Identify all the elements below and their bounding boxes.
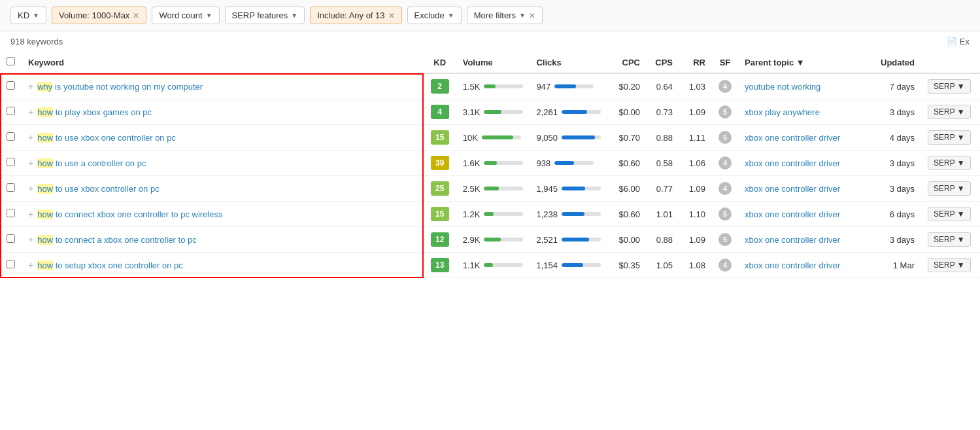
table-row: +how to use xbox controller on pc25 2.5K… xyxy=(0,176,980,202)
filter-btn-include[interactable]: Include: Any of 13✕ xyxy=(310,7,401,24)
keyword-link[interactable]: how to use xbox controller on pc xyxy=(37,184,159,194)
parent-topic-link[interactable]: xbox one controller driver xyxy=(745,209,840,219)
serp-button[interactable]: SERP ▼ xyxy=(928,207,971,221)
rr-cell: 1.06 xyxy=(679,151,712,176)
clicks-bar-fill xyxy=(562,187,585,190)
parent-topic-link[interactable]: xbox one controller driver xyxy=(745,184,840,194)
parent-topic-link[interactable]: youtube not working xyxy=(745,82,820,92)
serp-button[interactable]: SERP ▼ xyxy=(928,79,971,94)
filter-bar: KD▼Volume: 1000-Max✕Word count▼SERP feat… xyxy=(0,0,980,31)
clicks-bar-bg xyxy=(562,187,601,190)
keyword-link[interactable]: why is youtube not working on my compute… xyxy=(37,82,203,92)
filter-btn-volume[interactable]: Volume: 1000-Max✕ xyxy=(52,7,146,24)
keyword-link[interactable]: how to use a controller on pc xyxy=(37,158,146,168)
parent-topic-link[interactable]: xbox one controller driver xyxy=(745,260,840,270)
kd-badge: 2 xyxy=(431,79,449,94)
row-checkbox-cell xyxy=(0,73,22,99)
volume-value: 1.6K xyxy=(463,158,481,168)
serp-button[interactable]: SERP ▼ xyxy=(928,156,971,170)
add-icon[interactable]: + xyxy=(28,158,33,168)
clicks-cell: 9,050 xyxy=(530,125,607,151)
keyword-link[interactable]: how to setup xbox one controller on pc xyxy=(37,260,183,270)
filter-btn-more[interactable]: More filters▼✕ xyxy=(467,7,543,24)
add-icon[interactable]: + xyxy=(28,234,33,245)
close-icon[interactable]: ✕ xyxy=(133,11,139,20)
volume-value: 3.1K xyxy=(463,107,481,117)
row-checkbox[interactable] xyxy=(7,234,15,243)
clicks-cell: 1,154 xyxy=(530,253,607,278)
select-all-checkbox[interactable] xyxy=(0,52,22,73)
col-header-sf: SF xyxy=(712,52,738,73)
sf-badge: 4 xyxy=(718,80,732,93)
rr-cell: 1.09 xyxy=(679,99,712,125)
export-button[interactable]: 📄 Ex xyxy=(947,37,970,46)
clicks-bar-group: 1,154 xyxy=(536,260,601,270)
row-checkbox[interactable] xyxy=(7,183,15,192)
parent-topic-link[interactable]: xbox one controller driver xyxy=(745,235,840,245)
cpc-cell: $6.00 xyxy=(607,176,647,202)
row-checkbox[interactable] xyxy=(7,107,15,115)
serp-button[interactable]: SERP ▼ xyxy=(928,232,971,247)
cpc-cell: $0.00 xyxy=(607,99,647,125)
kd-cell: 25 xyxy=(424,176,456,202)
filter-label: Volume: 1000-Max xyxy=(59,10,129,20)
kd-badge: 15 xyxy=(431,207,449,221)
keyword-cell: +how to setup xbox one controller on pc xyxy=(22,253,424,278)
add-icon[interactable]: + xyxy=(28,209,33,219)
sf-cell: 4 xyxy=(712,176,738,202)
row-checkbox[interactable] xyxy=(7,132,15,141)
cps-cell: 1.05 xyxy=(647,253,679,278)
row-checkbox[interactable] xyxy=(7,81,15,90)
keyword-cell: +how to connect xbox one controller to p… xyxy=(22,202,424,227)
close-icon[interactable]: ✕ xyxy=(388,11,395,20)
volume-bar-group: 2.5K xyxy=(463,184,524,194)
filter-btn-exclude[interactable]: Exclude▼ xyxy=(407,7,462,24)
kd-cell: 2 xyxy=(424,73,456,99)
row-checkbox[interactable] xyxy=(7,158,15,166)
close-icon[interactable]: ✕ xyxy=(529,11,535,20)
kd-badge: 4 xyxy=(431,105,449,119)
filter-btn-kd[interactable]: KD▼ xyxy=(10,7,46,24)
cpc-value: $0.70 xyxy=(618,133,640,143)
col-header-keyword: Keyword xyxy=(22,52,424,73)
add-icon[interactable]: + xyxy=(28,107,33,117)
volume-bar-bg xyxy=(484,238,523,242)
add-icon[interactable]: + xyxy=(28,183,33,194)
keyword-cell: +how to play xbox games on pc xyxy=(22,99,424,125)
parent-topic-link[interactable]: xbox play anywhere xyxy=(745,107,820,117)
cps-cell: 0.64 xyxy=(647,73,679,99)
keyword-link[interactable]: how to connect a xbox one controller to … xyxy=(37,235,197,245)
filter-btn-wordcount[interactable]: Word count▼ xyxy=(152,7,219,24)
keyword-link[interactable]: how to connect xbox one controller to pc… xyxy=(37,209,222,219)
keyword-link[interactable]: how to play xbox games on pc xyxy=(37,107,152,117)
row-checkbox[interactable] xyxy=(7,260,15,268)
clicks-cell: 1,238 xyxy=(530,202,607,227)
parent-topic-link[interactable]: xbox one controller driver xyxy=(745,133,840,143)
serp-button[interactable]: SERP ▼ xyxy=(928,181,971,196)
add-icon[interactable]: + xyxy=(28,81,33,92)
col-header-parent-topic[interactable]: Parent topic ▼ xyxy=(738,52,869,73)
parent-topic-link[interactable]: xbox one controller driver xyxy=(745,158,840,168)
kd-badge: 15 xyxy=(431,130,449,145)
table-row: +how to use a controller on pc39 1.6K 93… xyxy=(0,151,980,176)
serp-button[interactable]: SERP ▼ xyxy=(928,130,971,145)
rr-value: 1.09 xyxy=(689,184,705,194)
serp-button[interactable]: SERP ▼ xyxy=(928,105,971,119)
clicks-value: 2,521 xyxy=(536,235,558,245)
keyword-link[interactable]: how to use xbox one controller on pc xyxy=(37,133,176,143)
chevron-down-icon: ▼ xyxy=(957,235,965,244)
parent-topic-cell: xbox one controller driver xyxy=(738,227,869,253)
add-icon[interactable]: + xyxy=(28,260,33,270)
row-checkbox-cell xyxy=(0,151,22,176)
cps-value: 0.58 xyxy=(656,158,673,168)
serp-cell: SERP ▼ xyxy=(921,73,980,99)
cpc-value: $6.00 xyxy=(618,184,640,194)
volume-value: 2.9K xyxy=(463,235,481,245)
header-checkbox[interactable] xyxy=(7,57,15,65)
clicks-bar-group: 1,238 xyxy=(536,209,601,219)
add-icon[interactable]: + xyxy=(28,132,33,143)
row-checkbox[interactable] xyxy=(7,209,15,217)
filter-btn-serp[interactable]: SERP features▼ xyxy=(225,7,305,24)
cps-cell: 0.77 xyxy=(647,176,679,202)
serp-button[interactable]: SERP ▼ xyxy=(928,258,971,272)
